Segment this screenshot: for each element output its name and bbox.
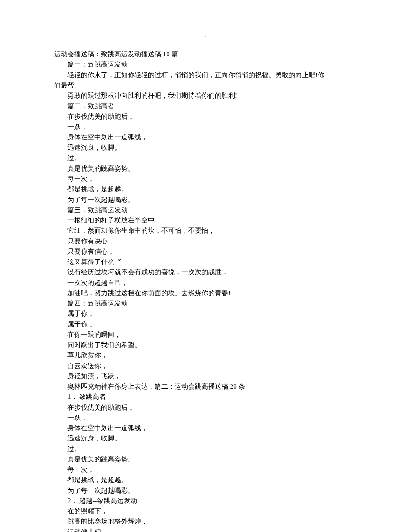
text-line: 身体在空中划出一道弧线，: [54, 132, 366, 142]
text-line: 同时跃出了我们的希望。: [54, 340, 366, 350]
text-line: 白云欢送你，: [54, 361, 366, 371]
text-line: 在步伐优美的助跑后，: [54, 402, 366, 413]
text-line: 过。: [54, 444, 366, 454]
text-line: 篇三：致跳高运发动: [54, 205, 366, 215]
top-mark: .: [0, 31, 411, 39]
text-line: 一根细细的杆子横放在半空中，: [54, 215, 366, 226]
text-line: 属于你，: [54, 309, 366, 319]
text-line: 跳高的比赛场地格外辉煌，: [54, 516, 366, 527]
text-line: 一跃，: [54, 122, 366, 132]
text-line: 这又算得了什么〞: [54, 257, 366, 267]
text-line: 篇一：致跳高运发动: [54, 59, 366, 70]
text-line: 迅速沉身，收脚。: [54, 142, 366, 153]
text-line: 在的照耀下，: [54, 506, 366, 516]
document-title: 运动会播送稿：致跳高运发动播送稿 10 篇: [54, 49, 366, 59]
text-line: 属于你，: [54, 319, 366, 330]
text-line: 都是挑战，是超越。: [54, 184, 366, 194]
text-line: 每一次，: [54, 465, 366, 475]
text-line: 1． 致跳高者: [54, 392, 366, 402]
text-line: 迅速沉身，收脚。: [54, 433, 366, 444]
text-line: 轻轻的你来了，正如你轻轻的过杆，悄悄的我们，正向你悄悄的祝福。勇敢的向上吧!你: [54, 70, 366, 80]
text-line: 一次次的超越自己，: [54, 278, 366, 288]
text-line: 运动健儿们，: [54, 527, 366, 532]
text-line: 2． 超越--致跳高运发动: [54, 496, 366, 506]
text-line: 身体在空中划出一道弧线，: [54, 423, 366, 433]
text-line: 勇敢的跃过那根冲向胜利的杆吧，我们期待着你们的胜利!: [54, 91, 366, 101]
text-line: 为了每一次超越喝彩。: [54, 195, 366, 205]
text-line: 都是挑战，是超越。: [54, 475, 366, 485]
text-line: 只要你有决心，: [54, 236, 366, 247]
text-line: 加油吧，努力跳过这挡在你前面的坎。去燃烧你的青春!: [54, 288, 366, 298]
text-line: 它细，然而却像你生命中的坎，不可怕，不要怕，: [54, 226, 366, 236]
text-line: 草儿欣赏你，: [54, 350, 366, 360]
text-line: 过。: [54, 153, 366, 163]
text-line: 真是优美的跳高姿势。: [54, 454, 366, 465]
text-line: 只要你有信心，: [54, 247, 366, 257]
document-content: 运动会播送稿：致跳高运发动播送稿 10 篇 篇一：致跳高运发动 轻轻的你来了，正…: [0, 49, 411, 532]
text-line: 真是优美的跳高姿势。: [54, 163, 366, 174]
text-line: 篇二：致跳高者: [54, 101, 366, 111]
text-line: 身轻如燕，飞跃，: [54, 371, 366, 381]
text-line: 为了每一次超越喝彩。: [54, 486, 366, 496]
text-line: 奥林匹克精神在你身上表达，篇二：运动会跳高播送稿 20 条: [54, 381, 366, 392]
text-line: 们最帮。: [54, 80, 366, 91]
text-line: 没有经历过坎坷就不会有成功的喜悦，一次次的战胜，: [54, 267, 366, 277]
text-line: 一跃，: [54, 413, 366, 423]
text-line: 每一次，: [54, 174, 366, 184]
text-line: 在你一跃的瞬间，: [54, 330, 366, 340]
text-line: 篇四：致跳高运发动: [54, 298, 366, 309]
text-line: 在步伐优美的助跑后，: [54, 112, 366, 122]
